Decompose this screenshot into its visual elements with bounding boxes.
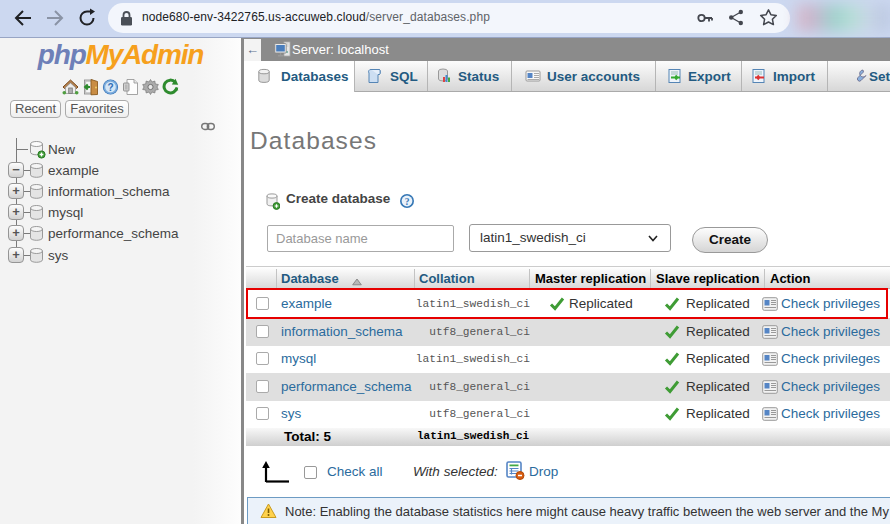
- svg-text:?: ?: [107, 82, 113, 93]
- svg-text:?: ?: [405, 197, 410, 207]
